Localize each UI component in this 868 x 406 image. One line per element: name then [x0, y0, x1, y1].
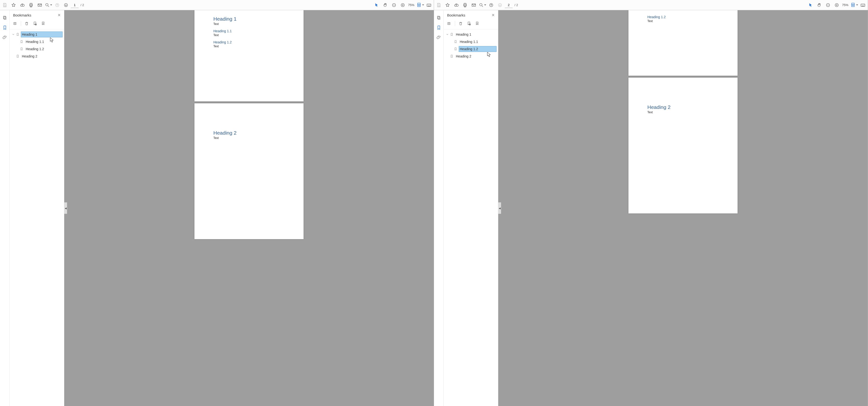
- zoom-select[interactable]: 75%: [408, 3, 415, 7]
- expand-toggle-icon[interactable]: [11, 32, 16, 37]
- close-panel-button[interactable]: [57, 12, 62, 18]
- next-page-button[interactable]: [496, 1, 504, 9]
- bookmark-item[interactable]: Heading 1.2: [444, 45, 498, 53]
- pdf-page: Heading 2Text: [194, 103, 304, 239]
- delete-bookmark-button[interactable]: [458, 20, 464, 27]
- expand-toggle-icon: [449, 47, 454, 51]
- svg-rect-27: [438, 17, 440, 20]
- hand-tool-button[interactable]: [815, 1, 823, 9]
- thumbnails-nav-button[interactable]: [435, 14, 442, 21]
- select-tool-button[interactable]: [373, 1, 380, 9]
- bookmark-item[interactable]: Heading 1.2: [10, 45, 64, 53]
- bookmark-options-button[interactable]: [446, 20, 453, 27]
- cloud-upload-button[interactable]: [453, 1, 460, 9]
- hand-tool-button[interactable]: [381, 1, 389, 9]
- pdf-page: Heading 1TextHeading 1.1TextHeading 1.2T…: [194, 10, 304, 101]
- bookmark-item[interactable]: Heading 1.1: [10, 38, 64, 45]
- collapse-panel-handle[interactable]: ◀: [498, 202, 501, 214]
- svg-rect-12: [4, 17, 6, 20]
- svg-rect-0: [4, 5, 6, 6]
- page-number-input[interactable]: [71, 2, 79, 8]
- doc-heading-2: Heading 1.1: [213, 29, 285, 33]
- keyboard-button[interactable]: [859, 1, 867, 9]
- bookmark-label: Heading 1.2: [25, 46, 63, 52]
- save-button[interactable]: [435, 1, 443, 9]
- bookmarks-nav-button[interactable]: [1, 24, 8, 31]
- delete-bookmark-button[interactable]: [24, 20, 30, 27]
- bookmark-icon: [16, 54, 20, 58]
- cloud-upload-button[interactable]: [19, 1, 26, 9]
- doc-body-text: Text: [213, 33, 285, 37]
- highlight-bookmark-button[interactable]: [40, 20, 46, 27]
- attachments-nav-button[interactable]: [435, 34, 442, 41]
- svg-rect-17: [464, 5, 466, 6]
- prev-page-button[interactable]: [487, 1, 495, 9]
- bookmarks-panel-title: Bookmarks: [13, 13, 31, 17]
- bookmark-icon: [454, 47, 458, 51]
- svg-rect-3: [38, 4, 42, 6]
- svg-rect-28: [448, 23, 450, 25]
- doc-body-text: Text: [647, 20, 719, 23]
- svg-rect-15: [438, 5, 440, 6]
- print-button[interactable]: [461, 1, 469, 9]
- document-viewport[interactable]: ◀ Heading 1TextHeading 1.1TextHeading 1.…: [64, 10, 434, 406]
- expand-toggle-icon[interactable]: [445, 32, 450, 37]
- toolbar: / 2 75%: [0, 0, 434, 10]
- svg-rect-13: [14, 23, 16, 25]
- bookmark-icon: [450, 54, 454, 58]
- star-button[interactable]: [10, 1, 18, 9]
- document-viewport[interactable]: ◀ Heading 1.2TextHeading 2Text: [498, 10, 868, 406]
- toolbar: / 2 75%: [434, 0, 868, 10]
- nav-strip: [0, 10, 10, 406]
- expand-toggle-icon: [449, 39, 454, 44]
- bookmarks-panel: Bookmarks Heading 1Heading 1.1Heading 1.…: [444, 10, 498, 406]
- select-tool-button[interactable]: [807, 1, 814, 9]
- doc-heading-2: Heading 1.2: [647, 15, 719, 19]
- bookmark-options-button[interactable]: [12, 20, 19, 27]
- collapse-panel-handle[interactable]: ◀: [64, 202, 67, 214]
- zoom-in-button[interactable]: [833, 1, 841, 9]
- fit-mode-button[interactable]: [850, 1, 858, 9]
- zoom-out-button[interactable]: [390, 1, 398, 9]
- bookmark-item[interactable]: Heading 2: [444, 53, 498, 60]
- bookmarks-nav-button[interactable]: [435, 24, 442, 31]
- next-page-button[interactable]: [62, 1, 70, 9]
- search-button[interactable]: [478, 1, 486, 9]
- bookmarks-tree: Heading 1Heading 1.1Heading 1.2Heading 2: [444, 29, 498, 406]
- svg-rect-2: [30, 5, 32, 6]
- bookmark-item[interactable]: Heading 1: [10, 31, 64, 38]
- zoom-in-button[interactable]: [399, 1, 407, 9]
- zoom-select[interactable]: 75%: [842, 3, 849, 7]
- star-button[interactable]: [444, 1, 452, 9]
- bookmark-item[interactable]: Heading 1: [444, 31, 498, 38]
- page-total-label: / 2: [80, 3, 85, 7]
- bookmarks-panel-toolbar: [10, 20, 64, 29]
- bookmark-icon: [20, 47, 24, 51]
- bookmarks-panel-toolbar: [444, 20, 498, 29]
- page-number-input[interactable]: [505, 2, 513, 8]
- bookmark-icon: [20, 39, 24, 44]
- highlight-bookmark-button[interactable]: [474, 20, 480, 27]
- print-button[interactable]: [27, 1, 35, 9]
- thumbnails-nav-button[interactable]: [1, 14, 8, 21]
- search-button[interactable]: [44, 1, 52, 9]
- expand-toggle-icon: [11, 54, 16, 58]
- attachments-nav-button[interactable]: [1, 34, 8, 41]
- fit-mode-button[interactable]: [416, 1, 424, 9]
- bookmark-item[interactable]: Heading 1.1: [444, 38, 498, 45]
- zoom-out-button[interactable]: [824, 1, 832, 9]
- bookmark-label: Heading 1: [455, 32, 497, 37]
- mail-button[interactable]: [36, 1, 44, 9]
- expand-toggle-icon: [15, 39, 20, 44]
- svg-rect-26: [437, 16, 439, 19]
- mail-button[interactable]: [470, 1, 478, 9]
- add-bookmark-button[interactable]: [466, 20, 472, 27]
- svg-rect-18: [472, 4, 476, 6]
- close-panel-button[interactable]: [491, 12, 496, 18]
- bookmark-icon: [450, 32, 454, 37]
- bookmark-item[interactable]: Heading 2: [10, 53, 64, 60]
- keyboard-button[interactable]: [425, 1, 433, 9]
- prev-page-button[interactable]: [53, 1, 61, 9]
- add-bookmark-button[interactable]: [32, 20, 38, 27]
- save-button[interactable]: [1, 1, 9, 9]
